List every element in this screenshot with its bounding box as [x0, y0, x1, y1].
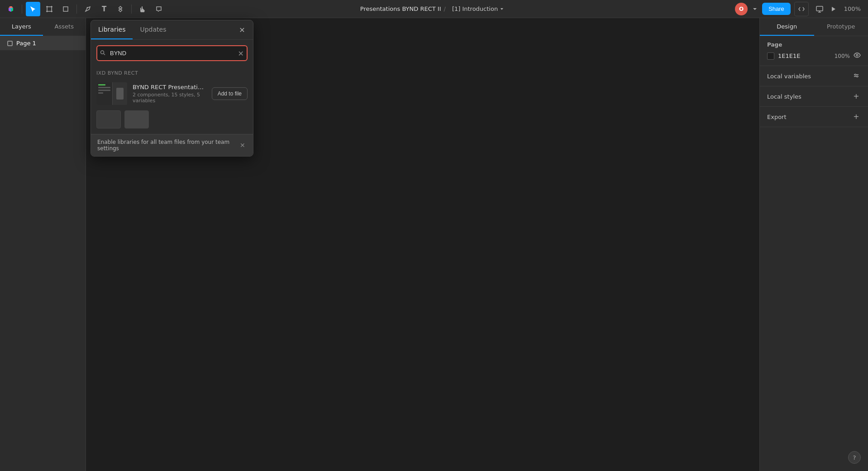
footer-close-button[interactable]: ✕: [238, 141, 247, 150]
page-opacity-label: 100%: [835, 53, 850, 59]
export-add-btn[interactable]: +: [852, 112, 861, 121]
chevron-down-small-icon: [751, 5, 758, 13]
library-thumbnail: [96, 82, 127, 105]
svg-rect-9: [63, 7, 68, 11]
share-button[interactable]: Share: [762, 3, 791, 15]
export-section: Export +: [760, 107, 868, 127]
modal-close-button[interactable]: ✕: [237, 24, 248, 35]
text-tool-btn[interactable]: T: [97, 2, 111, 16]
page-color-label: 1E1E1E: [778, 52, 800, 59]
right-panel-tabs: Design Prototype: [760, 18, 868, 36]
local-variables-section: Local variables: [760, 66, 868, 86]
code-view-button[interactable]: [794, 2, 809, 16]
shape-tool-btn[interactable]: [58, 2, 73, 16]
visibility-toggle[interactable]: [854, 52, 861, 60]
add-to-file-button[interactable]: Add to file: [212, 87, 248, 100]
help-button[interactable]: ?: [848, 451, 861, 464]
thumbnail-right: [113, 82, 127, 105]
toolbar-separator-3: [131, 5, 132, 14]
comment-tool-btn[interactable]: [152, 2, 166, 16]
left-panel-tabs: Layers Assets: [0, 18, 86, 36]
svg-point-10: [87, 7, 88, 8]
svg-rect-14: [8, 41, 12, 46]
export-label: Export: [767, 114, 787, 120]
library-item: BYND RECT Presentation Tem... 2 componen…: [96, 79, 248, 109]
code-icon: [798, 6, 805, 12]
libraries-modal[interactable]: Libraries Updates ✕ ✕ IXD BYND: [91, 20, 253, 157]
library-name: BYND RECT Presentation Tem...: [133, 84, 206, 90]
search-input[interactable]: [96, 45, 248, 61]
page-section-header: Page: [767, 42, 861, 48]
figma-logo-btn[interactable]: [4, 2, 18, 16]
page-color-row: 1E1E1E 100%: [767, 52, 861, 60]
updates-tab[interactable]: Updates: [133, 20, 173, 39]
move-tool-btn[interactable]: [26, 2, 40, 16]
search-wrapper: ✕: [96, 45, 248, 61]
thumb-line-3: [98, 90, 110, 91]
zoom-indicator[interactable]: 100%: [840, 4, 864, 14]
modal-search-container: ✕: [91, 40, 253, 67]
file-name: Presentations BYND RECT II: [360, 5, 441, 12]
thumb-shape: [116, 88, 124, 99]
export-row: Export +: [767, 112, 861, 121]
right-panel: Design Prototype Page 1E1E1E 100% Local …: [759, 18, 868, 471]
toolbar: T Presentations BYND RECT II / [1] Intro…: [0, 0, 868, 18]
breadcrumb-separator: /: [444, 5, 445, 12]
local-styles-add-btn[interactable]: +: [852, 92, 861, 101]
prototype-tab[interactable]: Prototype: [814, 18, 868, 36]
library-info: BYND RECT Presentation Tem... 2 componen…: [133, 84, 206, 104]
component-tool-btn[interactable]: [113, 2, 128, 16]
page-color-swatch[interactable]: [767, 52, 774, 60]
layers-tab[interactable]: Layers: [0, 18, 43, 36]
modal-body: IXD BYND RECT BYND RECT Presentation Te: [91, 67, 253, 134]
play-icon: [830, 6, 837, 12]
thumbnail-left: [96, 82, 113, 105]
design-tab[interactable]: Design: [760, 18, 814, 36]
local-styles-row: Local styles +: [767, 92, 861, 101]
thumb-line-4: [98, 92, 103, 94]
assets-tab[interactable]: Assets: [43, 18, 86, 36]
libraries-tab[interactable]: Libraries: [91, 20, 133, 39]
page-name-btn[interactable]: [1] Introduction: [448, 4, 508, 14]
footer-text: Enable libraries for all team files from…: [97, 139, 238, 152]
current-page-label: [1] Introduction: [452, 5, 498, 12]
local-styles-section: Local styles +: [760, 86, 868, 107]
breadcrumb: Presentations BYND RECT II / [1] Introdu…: [360, 4, 508, 14]
small-thumbnail-1: [96, 110, 121, 128]
modal-header: Libraries Updates ✕: [91, 20, 253, 40]
frame-tool-btn[interactable]: [42, 2, 57, 16]
page-icon: [7, 41, 13, 46]
local-variables-label: Local variables: [767, 73, 811, 80]
sliders-icon: [853, 73, 859, 79]
local-variables-settings-btn[interactable]: [852, 71, 861, 81]
toolbar-right: O Share 100%: [735, 2, 864, 16]
hand-tool-btn[interactable]: [135, 2, 150, 16]
svg-point-15: [856, 54, 858, 56]
toolbar-separator-1: [22, 5, 22, 14]
library-meta: 2 components, 15 styles, 5 variables: [133, 92, 206, 104]
left-panel: Layers Assets Page 1: [0, 18, 86, 471]
thumbnail-row: [96, 109, 248, 134]
library-section-label: IXD BYND RECT: [96, 67, 248, 79]
local-variables-row: Local variables: [767, 71, 861, 81]
small-thumbnail-2: [124, 110, 149, 128]
svg-point-19: [857, 76, 858, 77]
thumb-line-1: [98, 84, 105, 86]
svg-point-18: [855, 74, 856, 76]
present-icon: [816, 5, 823, 13]
chevron-down-icon: [500, 7, 504, 11]
search-clear-button[interactable]: ✕: [238, 49, 244, 57]
pen-tool-btn[interactable]: [81, 2, 95, 16]
eye-icon: [854, 52, 861, 59]
present-button[interactable]: [812, 2, 827, 16]
thumb-line-2: [98, 87, 110, 88]
avatar[interactable]: O: [735, 3, 748, 15]
svg-rect-0: [47, 7, 52, 11]
local-styles-label: Local styles: [767, 93, 801, 100]
toolbar-separator-2: [76, 5, 77, 14]
svg-rect-11: [816, 6, 823, 11]
modal-footer: Enable libraries for all team files from…: [91, 134, 253, 156]
page-section: Page 1E1E1E 100%: [760, 36, 868, 66]
toolbar-left: T: [4, 2, 166, 16]
page-item-1[interactable]: Page 1: [0, 36, 86, 50]
